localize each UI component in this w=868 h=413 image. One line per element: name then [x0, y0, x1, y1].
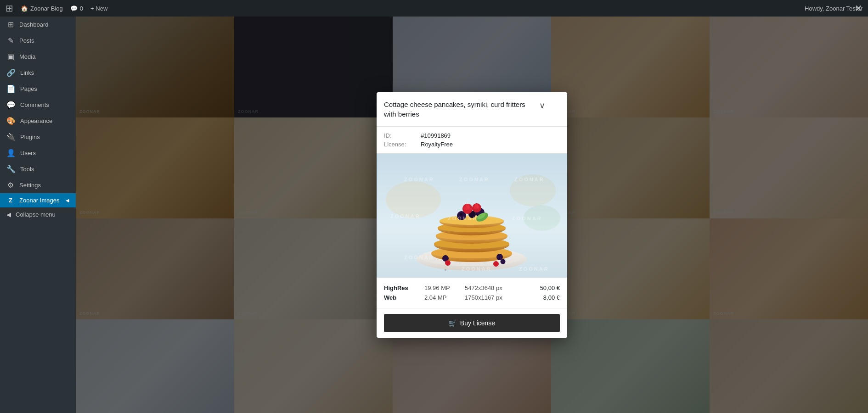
sidebar-item-media[interactable]: ▣ Media — [0, 49, 76, 65]
pages-icon: 📄 — [6, 84, 16, 93]
dashboard-icon: ⊞ — [6, 20, 15, 29]
sidebar-label-appearance: Appearance — [20, 117, 52, 124]
id-value: #10991869 — [421, 132, 560, 139]
comments-menu-icon: 💬 — [6, 100, 16, 109]
howdy-text: Howdy, Zoonar Tester — [805, 5, 862, 12]
links-icon: 🔗 — [6, 68, 16, 77]
close-button[interactable]: ✕ — [855, 4, 862, 13]
svg-text:ZOONAR: ZOONAR — [512, 216, 542, 221]
adminbar-new[interactable]: + New — [90, 5, 107, 12]
pricing-px-web: 1750x1167 px — [465, 294, 529, 301]
wp-logo: ⊞ — [6, 3, 13, 14]
svg-point-30 — [469, 207, 472, 211]
modal-header: Cottage cheese pancakes, syrniki, curd f… — [377, 92, 567, 127]
sidebar-item-pages[interactable]: 📄 Pages — [0, 81, 76, 97]
sidebar-label-settings: Settings — [19, 182, 41, 189]
sidebar-item-links[interactable]: 🔗 Links — [0, 65, 76, 81]
pricing-price-highres: 50,00 € — [532, 285, 560, 291]
modal-overlay[interactable]: Cottage cheese pancakes, syrniki, curd f… — [76, 17, 868, 413]
svg-text:ZOONAR: ZOONAR — [519, 266, 549, 272]
sidebar-label-comments: Comments — [20, 101, 49, 108]
sidebar-item-appearance[interactable]: 🎨 Appearance — [0, 113, 76, 129]
modal-image: ZOONAR ZOONAR ZOONAR ZOONAR ZOONAR ZOONA… — [377, 154, 567, 278]
svg-text:ZOONAR: ZOONAR — [404, 255, 434, 260]
adminbar-comments[interactable]: 💬 0 — [70, 5, 83, 12]
admin-bar: ⊞ 🏠 Zoonar Blog 💬 0 + New Howdy, Zoonar … — [0, 0, 868, 17]
pricing-type-web: Web — [384, 294, 421, 301]
sidebar: ⊞ Dashboard ✎ Posts ▣ Media 🔗 Links 📄 Pa… — [0, 17, 76, 413]
pricing-mp-web: 2.04 MP — [424, 294, 461, 301]
svg-text:ZOONAR: ZOONAR — [462, 266, 492, 272]
sidebar-label-plugins: Plugins — [20, 134, 40, 140]
sidebar-label-tools: Tools — [20, 166, 34, 173]
pricing-row-web: Web 2.04 MP 1750x1167 px 8,00 € — [384, 293, 560, 302]
svg-point-38 — [496, 254, 503, 260]
new-label: + New — [90, 5, 107, 12]
svg-text:ZOONAR: ZOONAR — [459, 177, 490, 182]
svg-point-40 — [501, 259, 506, 264]
sidebar-label-users: Users — [20, 150, 36, 156]
modal-title: Cottage cheese pancakes, syrniki, curd f… — [384, 100, 534, 119]
pricing-price-web: 8,00 € — [532, 294, 560, 301]
chevron-down-icon[interactable]: ∨ — [539, 100, 545, 111]
adminbar-user: Howdy, Zoonar Tester — [805, 5, 862, 12]
pancake-illustration: ZOONAR ZOONAR ZOONAR ZOONAR ZOONAR ZOONA… — [377, 154, 567, 278]
sidebar-item-dashboard[interactable]: ⊞ Dashboard — [0, 17, 76, 33]
modal-footer: 🛒 Buy License — [377, 308, 567, 338]
sidebar-item-users[interactable]: 👤 Users — [0, 145, 76, 161]
pricing-mp-highres: 19.96 MP — [424, 285, 461, 291]
collapse-menu-button[interactable]: ◀ Collapse menu — [0, 207, 76, 222]
pricing-row-highres: HighRes 19.96 MP 5472x3648 px 50,00 € — [384, 283, 560, 293]
sidebar-label-dashboard: Dashboard — [19, 21, 49, 28]
media-icon: ▣ — [6, 52, 15, 61]
sidebar-item-tools[interactable]: 🔧 Tools — [0, 161, 76, 177]
sidebar-item-posts[interactable]: ✎ Posts — [0, 33, 76, 49]
sidebar-label-links: Links — [20, 69, 34, 76]
svg-point-34 — [475, 203, 479, 206]
svg-point-41 — [493, 261, 499, 267]
license-label: License: — [384, 141, 421, 148]
sidebar-label-media: Media — [19, 53, 35, 60]
sidebar-item-settings[interactable]: ⚙ Settings — [0, 177, 76, 193]
sidebar-label-posts: Posts — [19, 37, 34, 44]
id-label: ID: — [384, 132, 421, 139]
svg-point-1 — [386, 181, 441, 218]
comments-icon: 💬 — [70, 5, 78, 12]
svg-text:ZOONAR: ZOONAR — [390, 213, 421, 219]
sidebar-item-zoonar-images[interactable]: Z Zoonar Images ◀ — [0, 193, 76, 207]
posts-icon: ✎ — [6, 36, 15, 45]
svg-point-39 — [445, 260, 451, 266]
buy-license-label: Buy License — [460, 319, 495, 327]
site-name: Zoonar Blog — [30, 5, 63, 12]
modal-pricing: HighRes 19.96 MP 5472x3648 px 50,00 € We… — [377, 278, 567, 308]
appearance-icon: 🎨 — [6, 117, 16, 125]
modal-meta: ID: #10991869 License: RoyaltyFree — [377, 127, 567, 154]
comments-count: 0 — [80, 5, 83, 12]
sidebar-item-comments[interactable]: 💬 Comments — [0, 97, 76, 113]
tools-icon: 🔧 — [6, 165, 16, 173]
sidebar-label-pages: Pages — [20, 85, 37, 92]
svg-point-29 — [466, 204, 469, 207]
plugins-icon: 🔌 — [6, 133, 16, 141]
sidebar-item-plugins[interactable]: 🔌 Plugins — [0, 129, 76, 145]
license-value: RoyaltyFree — [421, 141, 560, 148]
zoonar-icon: Z — [6, 197, 15, 204]
pricing-px-highres: 5472x3648 px — [465, 285, 529, 291]
svg-text:ZOONAR: ZOONAR — [514, 177, 545, 182]
image-detail-modal: Cottage cheese pancakes, syrniki, curd f… — [377, 92, 567, 338]
buy-license-button[interactable]: 🛒 Buy License — [384, 314, 560, 332]
svg-text:ZOONAR: ZOONAR — [448, 216, 478, 221]
settings-icon: ⚙ — [6, 181, 15, 190]
cart-icon: 🛒 — [449, 319, 457, 327]
svg-text:ZOONAR: ZOONAR — [404, 177, 434, 182]
adminbar-site[interactable]: 🏠 Zoonar Blog — [21, 5, 63, 12]
sidebar-label-zoonar: Zoonar Images — [19, 197, 59, 204]
arrow-icon: ◀ — [66, 198, 69, 203]
home-icon: 🏠 — [21, 5, 28, 12]
pricing-type-highres: HighRes — [384, 285, 421, 291]
collapse-label: Collapse menu — [16, 211, 56, 218]
users-icon: 👤 — [6, 149, 16, 157]
collapse-icon: ◀ — [6, 211, 11, 218]
